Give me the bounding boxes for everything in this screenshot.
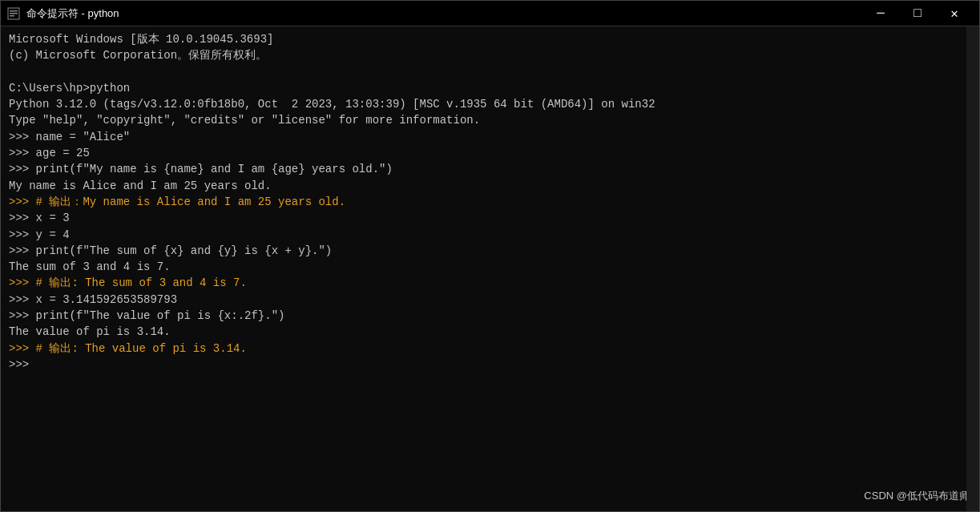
line-1: Microsoft Windows [版本 10.0.19045.3693] bbox=[9, 31, 971, 47]
line-7: >>> name = "Alice" bbox=[9, 129, 971, 145]
line-13: >>> y = 4 bbox=[9, 227, 971, 243]
scrollbar[interactable] bbox=[966, 26, 979, 511]
svg-rect-1 bbox=[10, 10, 18, 12]
minimize-button[interactable]: ─ bbox=[862, 1, 899, 26]
line-19: The value of pi is 3.14. bbox=[9, 324, 971, 340]
watermark: CSDN @低代码布道师 bbox=[864, 489, 970, 503]
svg-rect-3 bbox=[10, 15, 14, 17]
line-4: C:\Users\hp>python bbox=[9, 80, 971, 96]
line-5: Python 3.12.0 (tags/v3.12.0:0fb18b0, Oct… bbox=[9, 96, 971, 112]
maximize-button[interactable]: □ bbox=[899, 1, 936, 26]
terminal-window: 命令提示符 - python ─ □ ✕ Microsoft Windows [… bbox=[0, 0, 980, 512]
line-9: >>> print(f"My name is {name} and I am {… bbox=[9, 161, 971, 177]
line-3 bbox=[9, 64, 971, 80]
svg-rect-2 bbox=[10, 13, 18, 14]
line-12: >>> x = 3 bbox=[9, 210, 971, 226]
line-21: >>> bbox=[9, 357, 971, 373]
line-11: >>> # 输出：My name is Alice and I am 25 ye… bbox=[9, 194, 971, 210]
line-14: >>> print(f"The sum of {x} and {y} is {x… bbox=[9, 243, 971, 259]
window-title: 命令提示符 - python bbox=[26, 6, 862, 21]
line-8: >>> age = 25 bbox=[9, 145, 971, 161]
line-6: Type "help", "copyright", "credits" or "… bbox=[9, 112, 971, 128]
line-16: >>> # 输出: The sum of 3 and 4 is 7. bbox=[9, 275, 971, 291]
line-18: >>> print(f"The value of pi is {x:.2f}."… bbox=[9, 308, 971, 324]
close-button[interactable]: ✕ bbox=[936, 1, 973, 26]
line-10: My name is Alice and I am 25 years old. bbox=[9, 178, 971, 194]
line-15: The sum of 3 and 4 is 7. bbox=[9, 259, 971, 275]
terminal-body[interactable]: Microsoft Windows [版本 10.0.19045.3693] (… bbox=[1, 26, 979, 511]
line-20: >>> # 输出: The value of pi is 3.14. bbox=[9, 341, 971, 357]
title-bar: 命令提示符 - python ─ □ ✕ bbox=[1, 1, 979, 26]
line-2: (c) Microsoft Corporation。保留所有权利。 bbox=[9, 47, 971, 63]
window-icon bbox=[7, 7, 20, 20]
line-17: >>> x = 3.141592653589793 bbox=[9, 292, 971, 308]
window-controls: ─ □ ✕ bbox=[862, 1, 973, 26]
